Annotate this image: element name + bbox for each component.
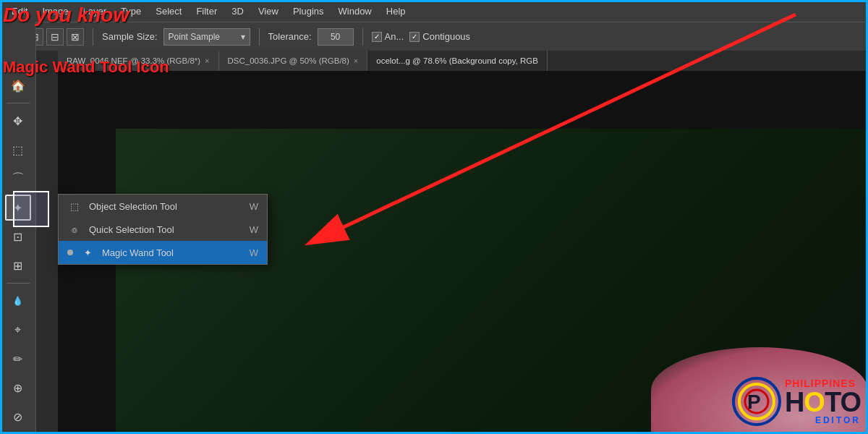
logo-circle-svg: P: [731, 376, 782, 427]
tool-stamp[interactable]: ⊕: [5, 375, 31, 401]
menu-bar: Edit Image Layer Type Select Filter 3D V…: [0, 0, 868, 22]
ctx-magic-wand-shortcut: W: [250, 247, 258, 258]
svg-text:P: P: [747, 391, 761, 413]
object-selection-icon: ⬚: [67, 199, 82, 213]
eraser-icon: ⊘: [13, 410, 22, 424]
tool-eyedrop[interactable]: 💧: [5, 288, 31, 314]
contiguous-checkbox[interactable]: [409, 32, 420, 42]
ctx-item-quick-selection[interactable]: ⌾ Quick Selection Tool W: [59, 218, 267, 241]
select-rect-icon: ⬚: [12, 143, 23, 157]
annotation-title: Do you know: [3, 3, 129, 27]
ctx-magic-wand-label: Magic Wand Tool: [102, 247, 242, 258]
divider1: [93, 28, 93, 46]
magic-wand-menu-icon: ✦: [80, 245, 95, 260]
tab-dsc[interactable]: DSC_0036.JPG @ 50% (RGB/8) ×: [219, 51, 368, 71]
tab-ocelot-label: ocelot...g @ 78.6% (Background copy, RGB: [376, 56, 538, 65]
menu-3d[interactable]: 3D: [226, 4, 250, 18]
tool-heal[interactable]: ⌖: [5, 317, 31, 343]
sample-size-label: Sample Size:: [102, 31, 158, 42]
ctx-magic-wand-dot: [67, 250, 73, 255]
tool-frame[interactable]: ⊞: [5, 252, 31, 278]
antialias-label: An...: [385, 31, 404, 42]
ctx-object-selection-label: Object Selection Tool: [89, 201, 242, 212]
tab-bar: RAW_0046.NEF @ 33.3% (RGB/8*) × DSC_0036…: [58, 51, 868, 71]
sample-size-dropdown[interactable]: Point Sample: [163, 28, 250, 46]
crop-icon: ⊡: [13, 230, 22, 244]
options-bar: ⬚ ⊞ ⊟ ⊠ Sample Size: Point Sample Tolera…: [0, 22, 868, 51]
antialias-checkbox[interactable]: [372, 32, 382, 42]
annotation-subtitle: Magic Wand Tool Icon: [3, 58, 169, 77]
menu-select[interactable]: Select: [150, 4, 187, 18]
menu-help[interactable]: Help: [380, 4, 412, 18]
tool-select-rect[interactable]: ⬚: [5, 137, 31, 163]
tab-dsc-label: DSC_0036.JPG @ 50% (RGB/8): [228, 56, 349, 65]
logo-container: P PHILIPPINES H O TO EDITOR: [731, 376, 861, 427]
menu-window[interactable]: Window: [333, 4, 378, 18]
toolbar: 🏠 ✥ ⬚ ⌒ ✦ ⊡ ⊞ 💧 ⌖ ✏ ⊕ ⊘: [0, 22, 36, 434]
tool-subtract-selection[interactable]: ⊟: [46, 28, 64, 46]
ctx-quick-selection-shortcut: W: [250, 224, 258, 235]
move-icon: ✥: [13, 114, 22, 128]
tolerance-label: Tolerance:: [268, 31, 312, 42]
logo-photo-text: H: [785, 388, 804, 416]
toolbar-sep2: [7, 283, 30, 284]
tool-eraser[interactable]: ⊘: [5, 404, 31, 430]
logo-photo-to: TO: [825, 388, 861, 416]
divider2: [259, 28, 260, 46]
ctx-quick-selection-label: Quick Selection Tool: [89, 224, 242, 235]
tool-brush[interactable]: ✏: [5, 346, 31, 372]
tool-lasso[interactable]: ⌒: [5, 166, 31, 192]
toolbar-sep1: [7, 103, 30, 103]
ctx-item-magic-wand[interactable]: ✦ Magic Wand Tool W: [59, 241, 267, 264]
menu-view[interactable]: View: [252, 4, 284, 18]
frame-icon: ⊞: [13, 259, 22, 273]
contiguous-label: Contiguous: [422, 31, 470, 42]
tab-dsc-close[interactable]: ×: [354, 56, 358, 65]
stamp-icon: ⊕: [13, 381, 22, 395]
ctx-object-selection-shortcut: W: [250, 201, 258, 212]
logo-editor-text: EDITOR: [785, 416, 861, 425]
heal-icon: ⌖: [14, 323, 21, 336]
logo-photo-o: O: [804, 388, 825, 416]
antialias-group: An... Anti-alias: [372, 31, 404, 42]
context-menu: ⬚ Object Selection Tool W ⌾ Quick Select…: [58, 194, 268, 265]
magic-wand-active-box: [13, 191, 49, 227]
brush-icon: ✏: [13, 352, 22, 366]
tool-move[interactable]: ✥: [5, 108, 31, 134]
tab-ocelot[interactable]: ocelot...g @ 78.6% (Background copy, RGB: [367, 51, 548, 71]
menu-plugins[interactable]: Plugins: [287, 4, 330, 18]
divider3: [362, 28, 363, 46]
menu-filter[interactable]: Filter: [190, 4, 223, 18]
tab-raw-close[interactable]: ×: [205, 56, 209, 65]
eyedrop-icon: 💧: [12, 296, 23, 306]
contiguous-group: Contiguous: [409, 31, 470, 42]
tool-crop[interactable]: ⊡: [5, 224, 31, 250]
quick-selection-icon: ⌾: [67, 222, 82, 237]
lasso-icon: ⌒: [12, 170, 25, 187]
tolerance-input[interactable]: 50: [318, 28, 354, 46]
ctx-item-object-selection[interactable]: ⬚ Object Selection Tool W: [59, 195, 267, 218]
logo-text: PHILIPPINES H O TO EDITOR: [785, 378, 861, 425]
tool-intersect-selection[interactable]: ⊠: [67, 28, 84, 46]
